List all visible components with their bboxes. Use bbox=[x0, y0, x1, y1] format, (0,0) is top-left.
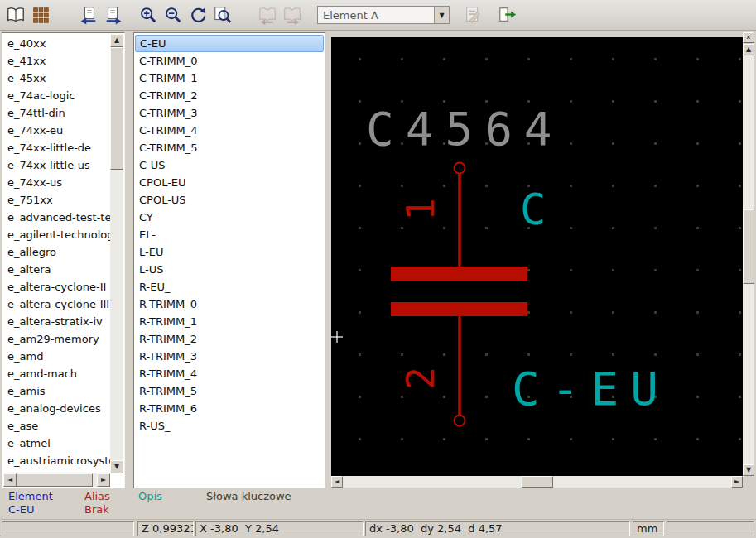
keywords-label: Słowa kluczowe bbox=[206, 490, 291, 503]
library-list-item[interactable]: e_amis bbox=[3, 382, 110, 400]
library-list-item[interactable]: e_40xx bbox=[3, 35, 110, 52]
component-list-item[interactable]: C-EU bbox=[135, 35, 324, 52]
component-list-item[interactable]: C-TRIMM_2 bbox=[135, 87, 324, 104]
component-list-item[interactable]: EL- bbox=[135, 226, 324, 243]
component-list-item[interactable]: L-EU bbox=[135, 243, 324, 261]
library-list-item[interactable]: e_751xx bbox=[3, 191, 110, 209]
library-list-item[interactable]: e_altera-stratix-iv bbox=[3, 313, 110, 330]
component-list-panel: C-EUC-TRIMM_0C-TRIMM_1C-TRIMM_2C-TRIMM_3… bbox=[133, 32, 325, 488]
library-list-item[interactable]: e_ase bbox=[3, 417, 110, 435]
element-filter-select[interactable]: Element A ▼ bbox=[317, 6, 450, 24]
library-list-item[interactable]: e_am29-memory bbox=[3, 330, 110, 348]
library-list-item[interactable]: e_74ac-logic bbox=[3, 87, 110, 104]
book-prev-icon bbox=[258, 4, 277, 26]
component-list-item[interactable]: CY bbox=[135, 209, 324, 226]
pin1-number: 1 bbox=[398, 198, 443, 221]
library-list-item[interactable]: e_allegro bbox=[3, 243, 110, 261]
library-list-item[interactable]: e_74ttl-din bbox=[3, 104, 110, 122]
component-list-item[interactable]: R-TRIMM_1 bbox=[135, 313, 324, 330]
alias-value: Brak bbox=[84, 503, 110, 516]
canvas-hscrollbar[interactable]: ◄ ► bbox=[331, 476, 743, 488]
symbol-value-text: C bbox=[520, 185, 546, 234]
scroll-down-icon[interactable]: ▼ bbox=[743, 464, 754, 476]
component-list-item[interactable]: R-TRIMM_4 bbox=[135, 365, 324, 382]
element-filter-value: Element A bbox=[318, 9, 434, 22]
status-bar: Z 0,99321 X -3,80 Y 2,54 dx -3,80 dy 2,5… bbox=[0, 519, 756, 538]
zoom-fit-button[interactable] bbox=[211, 3, 234, 26]
library-list-panel: e_40xxe_41xxe_45xxe_74ac-logice_74ttl-di… bbox=[2, 32, 125, 488]
canvas-hscroll-thumb[interactable] bbox=[522, 476, 553, 488]
library-list-item[interactable]: e_atmel bbox=[3, 435, 110, 452]
library-list-item[interactable]: e_74xx-us bbox=[3, 174, 110, 191]
library-list-item[interactable]: e_austriamicrosyste bbox=[3, 452, 110, 469]
library-vscrollbar[interactable]: ▲ ▼ bbox=[110, 34, 123, 473]
library-hscrollbar[interactable]: ◄ ► bbox=[3, 473, 110, 487]
component-list-item[interactable]: R-TRIMM_2 bbox=[135, 330, 324, 348]
library-browser-window: Element A ▼ e_40xxe_41xxe_45xxe_74ac-log… bbox=[0, 0, 756, 538]
component-list-item[interactable]: L-US bbox=[135, 261, 324, 278]
component-list-item[interactable]: C-TRIMM_4 bbox=[135, 122, 324, 139]
prev-library-button[interactable] bbox=[77, 3, 100, 26]
pin2-endpoint-circle bbox=[455, 416, 465, 426]
component-list-item[interactable]: R-US_ bbox=[135, 417, 324, 435]
library-list-item[interactable]: e_74xx-little-de bbox=[3, 139, 110, 156]
component-list-item[interactable]: C-TRIMM_5 bbox=[135, 139, 324, 156]
canvas-vscroll-thumb[interactable] bbox=[743, 209, 754, 284]
capacitor-plate-top bbox=[391, 267, 527, 281]
next-part-button[interactable] bbox=[281, 3, 304, 26]
status-empty-cell bbox=[2, 521, 134, 536]
choose-part-button[interactable] bbox=[29, 3, 52, 26]
library-list-item[interactable]: e_analog-devices bbox=[3, 400, 110, 417]
component-list-item[interactable]: R-TRIMM_6 bbox=[135, 400, 324, 417]
library-list-item[interactable]: e_advanced-test-te bbox=[3, 209, 110, 226]
scroll-right-icon[interactable]: ► bbox=[97, 473, 110, 487]
component-list-item[interactable]: C-US bbox=[135, 156, 324, 174]
symbol-preview-canvas[interactable]: C4564 1 2 C C-EU bbox=[331, 37, 743, 476]
component-list-item[interactable]: C-TRIMM_3 bbox=[135, 104, 324, 122]
scroll-left-icon[interactable]: ◄ bbox=[331, 476, 343, 488]
next-library-button[interactable] bbox=[102, 3, 125, 26]
status-cursor-position: X -3,80 Y 2,54 bbox=[195, 521, 364, 536]
component-list-item[interactable]: CPOL-US bbox=[135, 191, 324, 209]
scroll-up-icon[interactable]: ▲ bbox=[110, 34, 123, 47]
symbol-ref-text: C4564 bbox=[366, 102, 564, 156]
library-list-item[interactable]: e_altera-cyclone-II bbox=[3, 278, 110, 295]
prev-part-button[interactable] bbox=[256, 3, 279, 26]
component-list: C-EUC-TRIMM_0C-TRIMM_1C-TRIMM_2C-TRIMM_3… bbox=[135, 35, 324, 487]
zoom-in-button[interactable] bbox=[137, 3, 160, 26]
component-list-item[interactable]: C-TRIMM_0 bbox=[135, 52, 324, 70]
scroll-up-icon[interactable]: ▲ bbox=[743, 44, 754, 55]
scroll-left-icon[interactable]: ◄ bbox=[3, 473, 17, 487]
library-list-item[interactable]: e_41xx bbox=[3, 52, 110, 70]
status-empty-cell-2 bbox=[667, 521, 754, 536]
close-preview-button[interactable]: × bbox=[743, 32, 754, 43]
zoom-out-button[interactable] bbox=[161, 3, 185, 26]
scroll-right-icon[interactable]: ► bbox=[731, 476, 743, 488]
component-list-item[interactable]: R-TRIMM_0 bbox=[135, 295, 324, 313]
export-part-button[interactable] bbox=[496, 3, 519, 26]
component-list-item[interactable]: R-TRIMM_3 bbox=[135, 348, 324, 365]
library-vscroll-thumb[interactable] bbox=[110, 47, 123, 170]
library-hscroll-thumb[interactable] bbox=[17, 473, 93, 487]
library-list-item[interactable]: e_45xx bbox=[3, 70, 110, 87]
canvas-vscrollbar[interactable]: ▲ ▼ bbox=[743, 44, 754, 476]
component-list-item[interactable]: R-EU_ bbox=[135, 278, 324, 295]
chevron-down-icon[interactable]: ▼ bbox=[434, 7, 449, 23]
library-list-item[interactable]: e_74xx-little-us bbox=[3, 156, 110, 174]
component-list-item[interactable]: R-TRIMM_5 bbox=[135, 382, 324, 400]
library-list-item[interactable]: e_agilent-technolog bbox=[3, 226, 110, 243]
library-list-item[interactable]: e_amd-mach bbox=[3, 365, 110, 382]
component-list-item[interactable]: C-TRIMM_1 bbox=[135, 70, 324, 87]
view-datasheet-button[interactable] bbox=[4, 3, 27, 26]
library-list-item[interactable]: e_altera-cyclone-III bbox=[3, 295, 110, 313]
library-list-item[interactable]: e_amd bbox=[3, 348, 110, 365]
status-relative-position: dx -3,80 dy 2,54 d 4,57 bbox=[365, 521, 630, 536]
capacitor-plate-bottom bbox=[391, 302, 527, 316]
element-value: C-EU bbox=[8, 503, 53, 516]
scroll-down-icon[interactable]: ▼ bbox=[110, 460, 123, 473]
component-list-item[interactable]: CPOL-EU bbox=[135, 174, 324, 191]
edit-description-button[interactable] bbox=[461, 3, 484, 26]
redraw-button[interactable] bbox=[186, 3, 209, 26]
library-list-item[interactable]: e_altera bbox=[3, 261, 110, 278]
library-list-item[interactable]: e_74xx-eu bbox=[3, 122, 110, 139]
